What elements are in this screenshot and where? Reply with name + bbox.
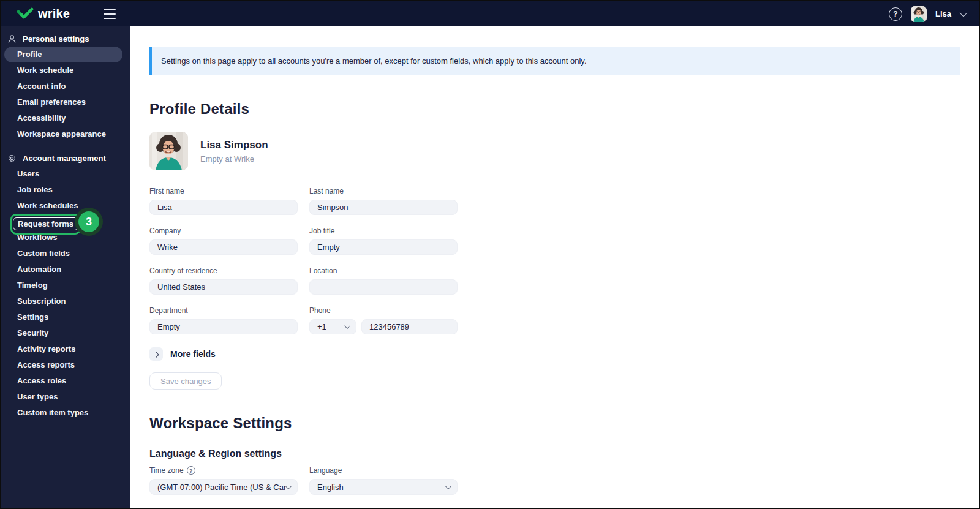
sidebar-item-workspace-appearance[interactable]: Workspace appearance xyxy=(1,126,130,142)
field-country: Country of residence xyxy=(149,266,298,295)
info-banner: Settings on this page apply to all accou… xyxy=(149,47,960,75)
hamburger-menu-icon[interactable] xyxy=(104,9,116,19)
sidebar-item-activity-reports[interactable]: Activity reports xyxy=(1,341,130,357)
profile-name: Lisa Simpson xyxy=(200,139,268,151)
field-company: Company xyxy=(149,227,298,255)
chevron-down-icon xyxy=(344,323,350,329)
language-select[interactable]: English xyxy=(309,479,458,495)
chevron-down-icon xyxy=(285,483,292,489)
field-first-name: First name xyxy=(149,187,298,215)
tutorial-highlight-box: Request forms xyxy=(10,214,81,235)
section-personal-settings: Personal settings xyxy=(1,31,130,47)
sidebar-item-access-roles[interactable]: Access roles xyxy=(1,373,130,389)
wrike-settings-window: wrike ? xyxy=(0,0,980,509)
info-banner-text: Settings on this page apply to all accou… xyxy=(161,56,587,66)
sidebar-item-user-types[interactable]: User types xyxy=(1,389,130,405)
field-job-title: Job title xyxy=(309,227,458,255)
topbar: wrike ? xyxy=(1,1,979,26)
page-title: Profile Details xyxy=(149,100,960,118)
gear-icon xyxy=(7,154,17,163)
user-name[interactable]: Lisa xyxy=(935,9,951,18)
field-location: Location xyxy=(309,266,458,295)
field-language: Language English xyxy=(309,466,458,495)
profile-subtitle: Empty at Wrike xyxy=(200,154,268,164)
job-title-input[interactable] xyxy=(309,239,458,255)
workspace-settings-title: Workspace Settings xyxy=(149,415,960,432)
company-input[interactable] xyxy=(149,239,298,255)
save-changes-button[interactable]: Save changes xyxy=(149,372,222,390)
sidebar-item-work-schedule[interactable]: Work schedule xyxy=(1,62,130,78)
sidebar-item-security[interactable]: Security xyxy=(1,325,130,341)
location-input[interactable] xyxy=(309,279,458,295)
wrike-logo-text: wrike xyxy=(38,7,70,21)
sidebar-item-subscription[interactable]: Subscription xyxy=(1,293,130,309)
chevron-right-icon[interactable] xyxy=(149,347,163,361)
chevron-down-icon xyxy=(445,483,451,489)
section-label: Personal settings xyxy=(23,34,89,43)
first-name-input[interactable] xyxy=(149,200,298,215)
field-last-name: Last name xyxy=(309,187,458,215)
last-name-input[interactable] xyxy=(309,200,458,215)
sidebar-item-request-forms[interactable]: Request forms 3 xyxy=(1,214,130,230)
time-zone-select[interactable]: (GMT-07:00) Pacific Time (US & Can... xyxy=(149,479,298,495)
more-fields-toggle[interactable]: More fields xyxy=(149,347,960,361)
tutorial-step-badge: 3 xyxy=(75,208,103,236)
section-account-management: Account management xyxy=(1,150,130,166)
wrike-logo[interactable]: wrike xyxy=(17,7,70,21)
sidebar-item-automation[interactable]: Automation xyxy=(1,262,130,277)
timezone-help-icon[interactable]: ? xyxy=(187,466,195,475)
sidebar-item-custom-fields[interactable]: Custom fields xyxy=(1,246,130,262)
language-region-subtitle: Language & Region settings xyxy=(149,448,960,459)
field-phone: Phone +1 xyxy=(309,306,458,334)
help-icon[interactable]: ? xyxy=(889,7,902,21)
phone-country-code-select[interactable]: +1 xyxy=(309,319,356,334)
field-department: Department xyxy=(149,306,298,334)
sidebar-item-job-roles[interactable]: Job roles xyxy=(1,182,130,198)
sidebar-item-settings[interactable]: Settings xyxy=(1,309,130,325)
sidebar-item-accessibility[interactable]: Accessibility xyxy=(1,110,130,126)
chevron-down-icon[interactable] xyxy=(960,9,968,17)
sidebar-item-email-preferences[interactable]: Email preferences xyxy=(1,94,130,110)
profile-avatar[interactable] xyxy=(149,132,188,170)
sidebar-item-users[interactable]: Users xyxy=(1,166,130,182)
sidebar-item-work-schedules[interactable]: Work schedules xyxy=(1,198,130,214)
phone-number-input[interactable] xyxy=(361,319,458,334)
wrike-logo-icon xyxy=(17,7,34,21)
country-input[interactable] xyxy=(149,279,298,295)
field-time-zone: Time zone ? (GMT-07:00) Pacific Time (US… xyxy=(149,466,298,495)
sidebar-item-account-info[interactable]: Account info xyxy=(1,78,130,94)
department-input[interactable] xyxy=(149,319,298,334)
user-avatar[interactable] xyxy=(911,6,927,22)
sidebar-item-profile[interactable]: Profile xyxy=(1,47,130,62)
sidebar-item-timelog[interactable]: Timelog xyxy=(1,277,130,293)
sidebar-item-access-reports[interactable]: Access reports xyxy=(1,357,130,373)
person-icon xyxy=(7,34,17,43)
sidebar-item-custom-item-types[interactable]: Custom item types xyxy=(1,405,130,421)
section-label: Account management xyxy=(23,154,106,163)
main-content: Settings on this page apply to all accou… xyxy=(130,26,979,508)
step-number: 3 xyxy=(78,211,99,232)
sidebar: Personal settings Profile Work schedule … xyxy=(1,26,130,508)
